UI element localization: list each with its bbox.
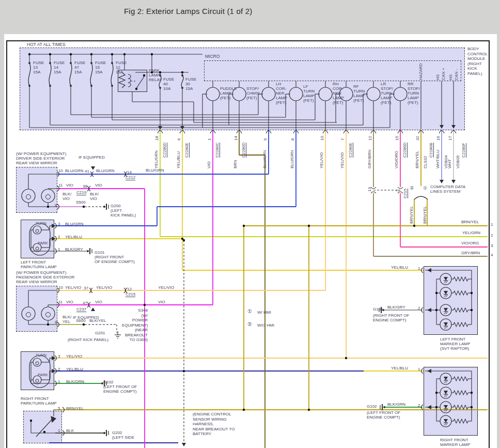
text-label: PARK — [38, 241, 48, 245]
junction-dot — [413, 225, 415, 227]
led-symbol — [440, 387, 451, 398]
junction-dot — [47, 323, 49, 326]
junction-dot — [143, 74, 145, 76]
rotated-label: BRN/YEL — [423, 206, 427, 224]
resistor-symbol — [454, 291, 468, 295]
text-label: BLK/GRY — [387, 305, 405, 310]
connector-label: C2280B — [429, 143, 434, 158]
junction-dot — [471, 392, 473, 394]
text-label: W/O HMI — [257, 323, 274, 328]
fuse-label: FUSE 12 15A — [116, 60, 127, 74]
text-label: BODY CONTROL MODULE (RIGHT KICK PANEL) — [467, 47, 488, 76]
text-label: ② — [410, 186, 414, 191]
bulb-symbol — [33, 226, 41, 234]
rotated-label: HAZARD — [418, 63, 423, 80]
text-label: BLK/YEL — [89, 318, 106, 323]
text-label: G101 (RIGHT FRONT OF ENGINE COMPT) — [95, 250, 135, 264]
arrow-icon — [91, 307, 95, 311]
text-label: COMPUTER DATA LINES SYSTEM — [430, 184, 465, 194]
text-label: 10 — [58, 285, 63, 290]
pin-number: 32 — [415, 136, 420, 141]
resistor-symbol — [454, 377, 468, 381]
fet-label: LF TURN LAMP (FET) — [303, 84, 315, 103]
fuse-symbol — [181, 74, 183, 89]
resistor-symbol — [454, 308, 468, 312]
text-label: ② — [247, 322, 252, 327]
text-label: (W/ POWER EQUIPMENT) DRIVER SIDE EXTERIO… — [16, 151, 66, 165]
wire-color-label: BLU/GRN — [290, 150, 294, 168]
rotated-label: CAN + — [441, 68, 446, 80]
text-label: 3 — [491, 243, 493, 248]
text-label: YEL/VIO — [96, 285, 112, 290]
connector-label: C2280F — [461, 143, 466, 158]
pin-number: 12 — [368, 136, 372, 141]
led-symbol — [440, 401, 451, 413]
pin-number: 18 — [154, 136, 159, 141]
text-label: (RIGHT FRONT OF ENGINE COMPT) — [373, 313, 409, 322]
wire-color-label: YEL/BLU — [176, 151, 181, 168]
text-label: PARK — [38, 373, 48, 377]
pin-number: 9 — [263, 138, 268, 141]
pin-number: 16 — [436, 136, 441, 141]
text-label: GRY/BRN — [461, 251, 480, 255]
arrow-icon — [427, 268, 431, 272]
fet-driver-symbol — [286, 81, 303, 130]
wire-color-label: WHT/BLU — [435, 150, 440, 168]
wiring-diagram-canvas: Fig 2: Exterior Lamps Circuit (1 of 2) 1… — [0, 0, 500, 448]
wire-color-label: GRY/BRN — [367, 150, 372, 168]
text-label: 38 — [83, 184, 87, 189]
led-symbol — [440, 287, 451, 299]
fet-driver-symbol — [315, 81, 332, 130]
rotated-label: HS — [448, 74, 453, 80]
text-label: BLK/GRN — [387, 402, 405, 407]
rotated-label: 2 — [395, 190, 400, 192]
text-label: 11 — [58, 300, 62, 304]
text-label: BLK/ YEL — [62, 315, 71, 324]
arrow-icon — [440, 180, 444, 183]
text-label: 37 — [84, 286, 88, 290]
junction-dot — [111, 53, 113, 55]
fet-label: LH COR- NER LAMP (FET) — [276, 82, 287, 105]
arrow-icon — [91, 166, 95, 170]
symbol-path — [136, 76, 144, 88]
junction-dot — [28, 53, 30, 55]
pin-number: 7 — [340, 138, 345, 141]
rotated-label: 13 — [367, 187, 372, 192]
text-label: (W/ POWER EQUIPMENT) PASSENGER SIDE EXTE… — [16, 270, 74, 284]
junction-dot — [49, 53, 51, 55]
connector-label: C2280D — [402, 143, 408, 158]
junction-dot — [181, 71, 183, 73]
text-label: ① — [423, 186, 427, 191]
symbol-path — [414, 196, 428, 199]
junction-dot — [471, 406, 473, 408]
connector-label: C2280E — [184, 143, 190, 158]
text-label: 2 — [58, 235, 60, 239]
fet-label: PUDDLE LAMP (FET) — [220, 86, 237, 100]
junction-dot — [47, 206, 49, 208]
arrow-icon — [52, 369, 56, 373]
junction-dot — [435, 309, 437, 311]
junction-dot — [183, 239, 185, 241]
junction-dot — [183, 370, 185, 372]
wire-color-label: YEL/VIO — [319, 152, 324, 168]
text-label: 2 — [418, 306, 420, 311]
fet-label: RR STOP/ TURN LAMP (FET) — [408, 82, 420, 105]
fuse-label: FUSE 40 10A — [163, 77, 174, 91]
arrow-icon — [440, 125, 444, 129]
fuse-symbol — [111, 62, 113, 87]
fuse-label: FUSE 47 15A — [74, 60, 85, 74]
text-label: C215 — [126, 292, 135, 297]
fuse-symbol — [70, 62, 72, 87]
text-label: C212 — [126, 175, 135, 180]
text-label: 3 — [58, 354, 60, 359]
text-label: BLK — [66, 428, 74, 433]
text-label: LEFT FRONT PARK/TURN LAMP — [21, 260, 57, 269]
led-symbol — [440, 304, 451, 316]
bulb-symbol — [22, 189, 35, 203]
rotated-label: HS — [435, 74, 440, 80]
text-label: 1 — [58, 379, 60, 384]
text-label: 41 — [85, 169, 89, 174]
text-label: G201 — [95, 331, 105, 335]
rotated-label: CAN - — [454, 69, 459, 80]
text-label: G200 (LEFT KICK PANEL) — [111, 204, 136, 218]
